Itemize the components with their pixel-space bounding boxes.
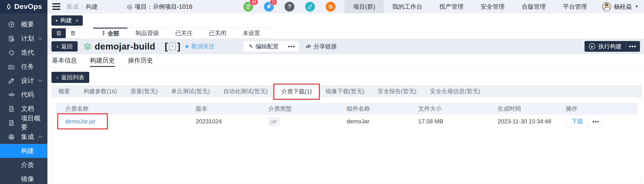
result-tab-image-download[interactable]: 镜像下载(暂无) (319, 86, 371, 97)
result-tab-label: 介质下载(1) (282, 88, 312, 95)
result-tab-label: 构建参数(16) (84, 88, 117, 95)
breadcrumb-integration[interactable]: 集成 (67, 3, 79, 11)
sidebar-item-label: 文档 (21, 104, 34, 113)
tab-basic-info[interactable]: 基本信息 (52, 54, 77, 67)
edit-more-button[interactable]: ••• (284, 43, 299, 50)
sidebar-subitem-build[interactable]: 构建 (0, 144, 48, 158)
filter-tab-followed[interactable]: 已关注 (167, 28, 201, 39)
cell-version: 20231024 (196, 115, 268, 128)
result-tab-label: 自动化测试(暂无) (223, 88, 268, 95)
help-icon[interactable]: ? (284, 2, 294, 12)
filter-tab-promotion[interactable]: 制品晋级 (128, 28, 167, 39)
edit-config-button[interactable]: ✎ 编辑配置 (243, 43, 284, 50)
col-version: 版本 (196, 102, 268, 115)
unfollow-button[interactable]: ★ 取消关注 (184, 43, 214, 50)
result-tab-unit-test[interactable]: 单元测试(暂无) (164, 86, 216, 97)
nav-workbench[interactable]: 我的工作台 (384, 0, 431, 13)
project-selector[interactable]: ◎ 项目：示例项目-1016 (127, 3, 192, 11)
workspace-tab-row: ● 构建 × (48, 13, 644, 28)
cell-component: demoJar (347, 115, 418, 128)
nav-projects[interactable]: 项目(群) (344, 0, 384, 13)
file-name-link[interactable]: demoJar.jar (65, 118, 96, 125)
col-component: 组件名称 (347, 102, 418, 115)
result-tab-auto-test[interactable]: 自动化测试(暂无) (216, 86, 274, 97)
run-build-button[interactable]: ▶ 执行构建 ••• (584, 41, 640, 52)
result-tab-label: 镜像下载(暂无) (326, 88, 364, 95)
sidebar-item-task[interactable]: 任务 (0, 60, 48, 74)
user-menu[interactable]: 杨桂焱 ▼ (596, 2, 644, 11)
chevron-down-icon (38, 36, 42, 40)
chevron-down-icon (38, 78, 42, 82)
download-button[interactable]: 下载 (566, 115, 588, 128)
workspace-tab-label: 构建 (60, 16, 72, 24)
sidebar-item-integration[interactable]: 集成 (0, 130, 48, 144)
result-tab-security-compliance[interactable]: 安全合规信息(暂无) (423, 86, 487, 97)
documents-icon[interactable]: 49 (243, 2, 253, 12)
result-tab-params[interactable]: 构建参数(16) (77, 86, 124, 97)
no-bug-icon[interactable] (326, 2, 336, 12)
notifications-bell-icon[interactable]: 0 (264, 2, 274, 12)
filter-tab-label: 已关闭 (209, 29, 226, 37)
result-tab-summary[interactable]: 概要 (52, 86, 77, 97)
play-icon: ▶ (589, 43, 595, 50)
chevron-up-icon (38, 135, 42, 139)
link-icon[interactable] (305, 2, 315, 12)
sidebar-item-label: 设计 (21, 76, 34, 85)
close-icon[interactable]: × (76, 17, 79, 24)
filter-row: 全部 制品晋级 已关注 已关闭 未设置 (48, 28, 644, 39)
devops-logo-icon (5, 3, 12, 10)
tab-operation-history[interactable]: 操作历史 (128, 54, 153, 67)
devops-logo[interactable]: DevOps (0, 0, 48, 13)
back-to-list-button[interactable]: ‹ 返回列表 (52, 72, 89, 83)
breadcrumb: 集成 / 构建 (67, 3, 98, 11)
top-bar: DevOps 集成 / 构建 ◎ 项目：示例项目-1016 49 0 ? 项目(… (0, 0, 644, 13)
sidebar: 概要 计划 迭代 任务 设计 </> 代码 文档 项目概要 集成 构建 介质 镜… (0, 13, 48, 184)
sidebar-item-label: 集成 (21, 132, 34, 141)
sidebar-item-code[interactable]: </> 代码 (0, 88, 48, 102)
sidebar-item-design[interactable]: 设计 (0, 74, 48, 88)
sidebar-item-iteration[interactable]: 迭代 (0, 45, 48, 60)
list-view-icon (56, 31, 62, 36)
sidebar-item-overview[interactable]: 概要 (0, 17, 48, 31)
view-toggle (52, 28, 80, 38)
nav-platform[interactable]: 平台管理 (554, 0, 596, 13)
result-tab-label: 安全报告(暂无) (378, 88, 416, 95)
sidebar-item-project-overview[interactable]: 项目概要 (0, 116, 48, 130)
bracket-left: [ (165, 42, 168, 51)
sidebar-subitem-image[interactable]: 镜像 (0, 172, 48, 184)
back-button[interactable]: ‹ 返回 (52, 41, 78, 52)
chevron-left-icon: ‹ (56, 43, 58, 50)
breadcrumb-build[interactable]: 构建 (86, 3, 98, 11)
filter-tab-unset[interactable]: 未设置 (235, 28, 268, 39)
filter-tab-closed[interactable]: 已关闭 (201, 28, 235, 39)
sidebar-item-label: 任务 (21, 62, 34, 71)
menu-icon[interactable] (52, 3, 60, 10)
nav-security[interactable]: 安全管理 (472, 0, 513, 13)
nav-release[interactable]: 合版管理 (513, 0, 554, 13)
notifications-badge: 0 (270, 0, 277, 5)
filter-tab-all[interactable]: 全部 (93, 28, 128, 39)
share-link-button[interactable]: 分享链接 (306, 43, 337, 50)
more-options-button[interactable]: ••• (629, 43, 636, 50)
list-view-button[interactable] (52, 28, 66, 38)
board-view-button[interactable] (66, 28, 80, 38)
table-row: demoJar.jar 20231024 jar demoJar 17.58 M… (56, 115, 638, 128)
tab-label: 操作历史 (128, 56, 153, 65)
build-result-tabs: 概要 构建参数(16) 质量(暂无) 单元测试(暂无) 自动化测试(暂无) 介质… (52, 86, 642, 97)
task-chart-icon (8, 63, 15, 71)
nav-production[interactable]: 投产管理 (431, 0, 472, 13)
main-content: ● 构建 × 全部 制品晋级 已关注 已关闭 未设置 ‹ 返回 (48, 13, 644, 184)
tab-build-history[interactable]: 构建历史 (90, 54, 115, 67)
row-more-button[interactable]: ••• (589, 116, 603, 127)
integration-globe-icon (8, 133, 15, 141)
workspace-tab-build[interactable]: ● 构建 × (52, 15, 83, 26)
avatar (602, 2, 611, 11)
breadcrumb-separator: / (82, 3, 83, 10)
sidebar-subitem-media[interactable]: 介质 (0, 158, 48, 172)
result-tab-quality[interactable]: 质量(暂无) (124, 86, 164, 97)
focus-icon[interactable]: [ + ] (165, 42, 180, 51)
dot-icon: ● (56, 18, 58, 22)
result-tab-security-report[interactable]: 安全报告(暂无) (371, 86, 423, 97)
result-tab-media-download[interactable]: 介质下载(1) (274, 86, 319, 97)
sidebar-item-plan[interactable]: 计划 (0, 31, 48, 45)
